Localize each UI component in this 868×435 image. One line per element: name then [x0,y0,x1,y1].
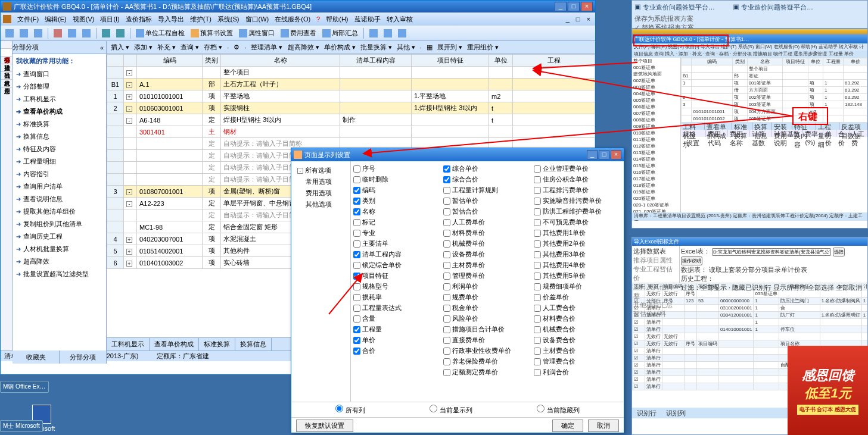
tree-child-0[interactable]: 常用选项 [295,176,347,187]
tool-cut[interactable] [51,28,64,39]
mini-side-item[interactable]: 015签证单 [632,162,680,169]
side-item-15[interactable]: ➔超高降效 [13,255,106,268]
op-price[interactable]: 单价构成 [322,42,357,53]
table-row[interactable]: 1+010101001001项平整场地1.平整场地m2 [107,90,595,102]
op-expand-icon[interactable]: ▦ [425,42,434,52]
check-规格型号[interactable]: 规格型号 [353,281,441,292]
ok-button[interactable]: 确定 [552,420,583,432]
side-item-7[interactable]: ➔工程量明细 [13,155,106,168]
side-item-12[interactable]: ➔复制组价到其他清单 [13,218,106,230]
mini-side-item[interactable]: 017签证单 [632,176,680,182]
side-item-1[interactable]: ➔分部整理 [13,80,106,93]
check-定额测定费单价[interactable]: 定额测定费单价 [443,367,531,377]
check-管理费合价[interactable]: 管理费合价 [534,356,621,367]
tool-misc1[interactable] [367,28,380,39]
mini-btab[interactable]: 标准换算 [732,123,752,130]
check-人工费合价[interactable]: 人工费合价 [534,303,621,313]
check-税金单价[interactable]: 税金单价 [443,303,531,313]
check-名称[interactable]: 名称 [353,206,441,217]
import-row[interactable]: ☑分部行序号12353000000000001防压法兰阀门1.名称:防爆制阀风1 [633,298,868,305]
reset-button[interactable]: 恢复默认设置 [296,420,353,432]
side-item-8[interactable]: ➔内容指引 [13,168,106,180]
tool-open[interactable] [17,28,30,39]
mini-side-item[interactable]: 014签证单 [632,156,680,162]
check-价差单价[interactable]: 价差单价 [534,292,621,302]
table-row[interactable]: 2-010603001001项实腹钢柱1.焊接H型钢柱 3t以内t [107,102,595,114]
side-item-3[interactable]: ➔查看单价构成 [13,105,106,118]
check-含量[interactable]: 含量 [353,314,441,324]
check-不可预见费单价[interactable]: 不可预见费单价 [534,217,621,227]
check-其他费用3单价[interactable]: 其他费用3单价 [534,249,621,259]
menu-project[interactable]: 项目(I) [98,14,122,25]
radio-all[interactable]: 所有列 [335,405,365,415]
btab-3[interactable]: 换算信息 [235,338,272,350]
tree-child-2[interactable]: 其他选项 [295,199,347,210]
taskbar-item-2[interactable]: M士 Microsoft [0,420,43,432]
op-other[interactable]: 其他 [395,42,417,53]
mini-row[interactable]: 借方方面面项163.292 [682,87,867,94]
side-item-14[interactable]: ➔人材机批量换算 [13,243,106,255]
menu-cost[interactable]: 造价指标 [123,14,154,25]
check-养老保险费单价[interactable]: 养老保险费单价 [443,356,531,367]
mini-side-item[interactable]: 020-1 020签证单 [632,202,680,208]
vtab-5[interactable]: 费用汇总 [1,80,12,87]
side-item-16[interactable]: ➔批量设置超高过滤类型 [13,268,106,280]
op-reuse[interactable]: 重用组价 [465,42,500,53]
imp-ops[interactable]: 操作说明 [681,256,702,265]
side-foot-1[interactable]: 分部分项 [60,350,107,364]
check-其他费用1单价[interactable]: 其他费用1单价 [534,228,621,238]
imp-foot-0[interactable]: 识别行 [637,409,657,418]
tool-misc3[interactable] [396,28,409,39]
mini-row[interactable]: 3项003签证单项1182.148 [682,101,867,108]
imp-lab-a[interactable]: 选择数据表 [633,247,678,256]
check-机械费单价[interactable]: 机械费单价 [443,239,531,249]
mini-side-item[interactable]: 001签证单 [632,64,680,71]
mini-side-item[interactable]: 019签证单 [632,189,680,195]
op-insert[interactable]: 插入 [109,42,131,53]
side-foot-0[interactable]: 收藏夹 [13,350,60,364]
check-防洪工程维护费单价[interactable]: 防洪工程维护费单价 [534,206,621,217]
import-row[interactable]: ☑清单行0140100010011停车位 [633,326,868,333]
check-暂估单价[interactable]: 暂估单价 [443,196,531,206]
imp-foot-1[interactable]: 识别列 [666,409,686,418]
op-icon[interactable]: ⚙ [232,42,241,52]
op-batch[interactable]: 批量换算 [359,42,394,53]
promo-banner[interactable]: 感恩回馈 低至1元 电子书 合订本 感恩大促 [788,346,868,435]
dlg-min[interactable]: _ [587,150,598,159]
op-high[interactable]: 超高降效 [286,42,321,53]
mini-row[interactable]: 1项001签证单项163.292 [682,80,867,87]
check-规费细项单价[interactable]: 规费细项单价 [534,281,621,292]
side-item-0[interactable]: ➔查询窗口 [13,68,106,80]
mini-side-item[interactable]: 009签证单 [632,123,680,130]
check-序号[interactable]: 序号 [353,164,441,174]
check-设备费单价[interactable]: 设备费单价 [443,249,531,259]
import-row[interactable]: ☑清单行1 [633,319,868,326]
tool-budget-setting[interactable]: 预算书设置 [188,27,235,39]
side-item-13[interactable]: ➔查询历史工程 [13,230,106,243]
mini-side-item[interactable]: 008签证单 [632,117,680,123]
cancel-button[interactable]: 取消 [588,420,619,432]
check-编码[interactable]: 编码 [353,185,441,195]
table-row[interactable]: -整个项目 [107,67,595,79]
mini-btab[interactable]: 工料机显示 [681,123,705,130]
menu-view[interactable]: 视图(V) [70,14,97,25]
menu-maintain[interactable]: 维护(T) [188,14,214,25]
mini-btab[interactable]: 反差项目数据 [839,123,867,130]
check-设备费合价[interactable]: 设备费合价 [534,335,621,345]
tool-new[interactable] [3,28,16,39]
grid-header[interactable]: 工程 [513,55,595,67]
check-损耗率[interactable]: 损耗率 [353,292,441,302]
op-supp[interactable]: 补充 [155,42,178,53]
check-主材费合价[interactable]: 主材费合价 [534,346,621,356]
check-其他费用2单价[interactable]: 其他费用2单价 [534,239,621,249]
tool-fee-view[interactable]: 费用查看 [278,27,319,39]
side-item-4[interactable]: ➔标准换算 [13,118,106,130]
check-工程量[interactable]: 工程量 [353,324,441,334]
op-query[interactable]: 查询 [179,42,201,53]
check-类别[interactable]: 类别 [353,196,441,206]
tool-prop-window[interactable]: 属性窗口 [237,27,277,39]
check-机械费合价[interactable]: 机械费合价 [534,324,621,334]
check-工程量计算规则[interactable]: 工程量计算规则 [443,185,531,195]
side-item-10[interactable]: ➔查看说明信息 [13,193,106,205]
tool-misc2[interactable] [381,28,394,39]
